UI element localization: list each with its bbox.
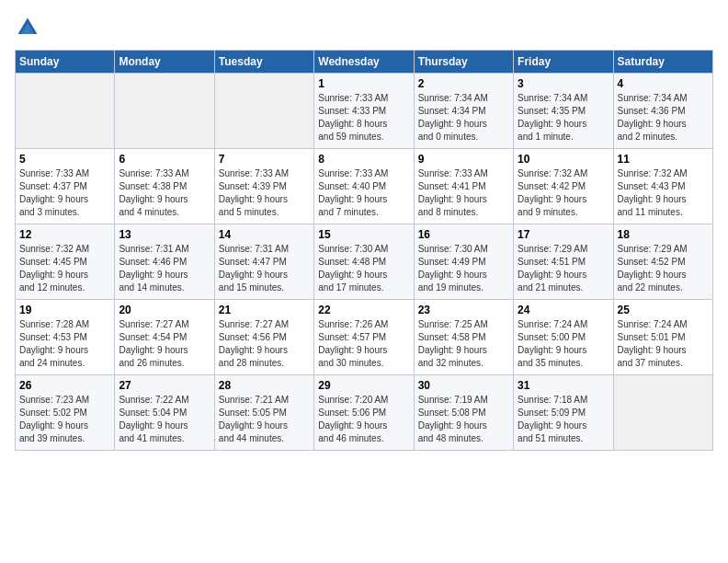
- logo-icon: [15, 15, 40, 40]
- day-number: 10: [518, 153, 609, 166]
- day-info: Sunrise: 7:31 AM Sunset: 4:46 PM Dayligh…: [119, 243, 210, 294]
- day-number: 30: [418, 379, 509, 392]
- calendar-day-cell: 28Sunrise: 7:21 AM Sunset: 5:05 PM Dayli…: [214, 375, 313, 451]
- calendar-week-row: 1Sunrise: 7:33 AM Sunset: 4:33 PM Daylig…: [16, 74, 713, 149]
- calendar-day-cell: 2Sunrise: 7:34 AM Sunset: 4:34 PM Daylig…: [414, 74, 513, 149]
- day-number: 29: [318, 379, 409, 392]
- calendar-day-cell: 27Sunrise: 7:22 AM Sunset: 5:04 PM Dayli…: [115, 375, 214, 451]
- day-number: 6: [119, 153, 210, 166]
- day-number: 23: [418, 304, 509, 316]
- day-number: 19: [19, 304, 110, 316]
- day-number: 7: [219, 153, 310, 166]
- day-info: Sunrise: 7:33 AM Sunset: 4:33 PM Dayligh…: [318, 92, 409, 144]
- calendar-day-cell: 4Sunrise: 7:34 AM Sunset: 4:36 PM Daylig…: [613, 74, 712, 149]
- day-number: 17: [518, 228, 609, 241]
- day-info: Sunrise: 7:19 AM Sunset: 5:08 PM Dayligh…: [418, 394, 509, 445]
- weekday-header-friday: Friday: [514, 51, 613, 74]
- day-info: Sunrise: 7:32 AM Sunset: 4:42 PM Dayligh…: [518, 167, 609, 219]
- day-info: Sunrise: 7:32 AM Sunset: 4:45 PM Dayligh…: [19, 243, 110, 294]
- calendar-week-row: 5Sunrise: 7:33 AM Sunset: 4:37 PM Daylig…: [16, 149, 713, 224]
- day-info: Sunrise: 7:30 AM Sunset: 4:49 PM Dayligh…: [418, 243, 509, 294]
- weekday-header-sunday: Sunday: [16, 51, 115, 74]
- calendar-day-cell: 12Sunrise: 7:32 AM Sunset: 4:45 PM Dayli…: [16, 224, 115, 300]
- weekday-row: SundayMondayTuesdayWednesdayThursdayFrid…: [16, 51, 713, 74]
- calendar-body: 1Sunrise: 7:33 AM Sunset: 4:33 PM Daylig…: [16, 74, 713, 451]
- day-number: 27: [119, 379, 210, 392]
- calendar-day-cell: 22Sunrise: 7:26 AM Sunset: 4:57 PM Dayli…: [314, 300, 414, 375]
- day-number: 15: [318, 228, 409, 241]
- day-info: Sunrise: 7:26 AM Sunset: 4:57 PM Dayligh…: [318, 318, 409, 370]
- calendar-day-cell: 23Sunrise: 7:25 AM Sunset: 4:58 PM Dayli…: [414, 300, 513, 375]
- calendar-day-cell: 7Sunrise: 7:33 AM Sunset: 4:39 PM Daylig…: [214, 149, 313, 224]
- day-number: 24: [518, 304, 609, 316]
- calendar-day-cell: [16, 74, 115, 149]
- day-number: 4: [618, 77, 709, 90]
- calendar-day-cell: [115, 74, 214, 149]
- day-info: Sunrise: 7:27 AM Sunset: 4:54 PM Dayligh…: [119, 318, 210, 370]
- calendar-header: SundayMondayTuesdayWednesdayThursdayFrid…: [16, 51, 713, 74]
- day-info: Sunrise: 7:29 AM Sunset: 4:51 PM Dayligh…: [518, 243, 609, 294]
- day-info: Sunrise: 7:25 AM Sunset: 4:58 PM Dayligh…: [418, 318, 509, 370]
- calendar-day-cell: 18Sunrise: 7:29 AM Sunset: 4:52 PM Dayli…: [613, 224, 712, 300]
- header: [15, 15, 713, 40]
- day-info: Sunrise: 7:23 AM Sunset: 5:02 PM Dayligh…: [19, 394, 110, 445]
- day-number: 18: [618, 228, 709, 241]
- day-number: 26: [19, 379, 110, 392]
- day-info: Sunrise: 7:29 AM Sunset: 4:52 PM Dayligh…: [618, 243, 709, 294]
- weekday-header-tuesday: Tuesday: [214, 51, 313, 74]
- day-info: Sunrise: 7:21 AM Sunset: 5:05 PM Dayligh…: [219, 394, 310, 445]
- calendar-day-cell: 8Sunrise: 7:33 AM Sunset: 4:40 PM Daylig…: [314, 149, 414, 224]
- calendar-day-cell: 13Sunrise: 7:31 AM Sunset: 4:46 PM Dayli…: [115, 224, 214, 300]
- calendar-day-cell: 31Sunrise: 7:18 AM Sunset: 5:09 PM Dayli…: [514, 375, 613, 451]
- day-info: Sunrise: 7:33 AM Sunset: 4:40 PM Dayligh…: [318, 167, 409, 219]
- day-info: Sunrise: 7:33 AM Sunset: 4:38 PM Dayligh…: [119, 167, 210, 219]
- calendar-day-cell: 11Sunrise: 7:32 AM Sunset: 4:43 PM Dayli…: [613, 149, 712, 224]
- weekday-header-monday: Monday: [115, 51, 214, 74]
- weekday-header-wednesday: Wednesday: [314, 51, 414, 74]
- calendar-day-cell: 14Sunrise: 7:31 AM Sunset: 4:47 PM Dayli…: [214, 224, 313, 300]
- calendar-week-row: 26Sunrise: 7:23 AM Sunset: 5:02 PM Dayli…: [16, 375, 713, 451]
- day-info: Sunrise: 7:24 AM Sunset: 5:01 PM Dayligh…: [618, 318, 709, 370]
- weekday-header-thursday: Thursday: [414, 51, 513, 74]
- day-info: Sunrise: 7:18 AM Sunset: 5:09 PM Dayligh…: [518, 394, 609, 445]
- day-number: 8: [318, 153, 409, 166]
- day-info: Sunrise: 7:28 AM Sunset: 4:53 PM Dayligh…: [19, 318, 110, 370]
- calendar-day-cell: 29Sunrise: 7:20 AM Sunset: 5:06 PM Dayli…: [314, 375, 414, 451]
- calendar-day-cell: [613, 375, 712, 451]
- calendar-table: SundayMondayTuesdayWednesdayThursdayFrid…: [15, 50, 713, 451]
- day-info: Sunrise: 7:24 AM Sunset: 5:00 PM Dayligh…: [518, 318, 609, 370]
- day-info: Sunrise: 7:27 AM Sunset: 4:56 PM Dayligh…: [219, 318, 310, 370]
- day-info: Sunrise: 7:34 AM Sunset: 4:36 PM Dayligh…: [618, 92, 709, 144]
- calendar-day-cell: 3Sunrise: 7:34 AM Sunset: 4:35 PM Daylig…: [514, 74, 613, 149]
- day-number: 13: [119, 228, 210, 241]
- day-number: 20: [119, 304, 210, 316]
- day-number: 31: [518, 379, 609, 392]
- calendar-day-cell: [214, 74, 313, 149]
- weekday-header-saturday: Saturday: [613, 51, 712, 74]
- day-number: 28: [219, 379, 310, 392]
- day-info: Sunrise: 7:30 AM Sunset: 4:48 PM Dayligh…: [318, 243, 409, 294]
- calendar-day-cell: 20Sunrise: 7:27 AM Sunset: 4:54 PM Dayli…: [115, 300, 214, 375]
- day-number: 14: [219, 228, 310, 241]
- day-info: Sunrise: 7:33 AM Sunset: 4:39 PM Dayligh…: [219, 167, 310, 219]
- calendar-day-cell: 26Sunrise: 7:23 AM Sunset: 5:02 PM Dayli…: [16, 375, 115, 451]
- calendar-week-row: 19Sunrise: 7:28 AM Sunset: 4:53 PM Dayli…: [16, 300, 713, 375]
- day-number: 1: [318, 77, 409, 90]
- calendar-day-cell: 19Sunrise: 7:28 AM Sunset: 4:53 PM Dayli…: [16, 300, 115, 375]
- day-info: Sunrise: 7:22 AM Sunset: 5:04 PM Dayligh…: [119, 394, 210, 445]
- logo: [15, 15, 42, 40]
- day-number: 3: [518, 77, 609, 90]
- day-number: 5: [19, 153, 110, 166]
- day-number: 21: [219, 304, 310, 316]
- calendar-day-cell: 24Sunrise: 7:24 AM Sunset: 5:00 PM Dayli…: [514, 300, 613, 375]
- calendar-day-cell: 25Sunrise: 7:24 AM Sunset: 5:01 PM Dayli…: [613, 300, 712, 375]
- day-number: 9: [418, 153, 509, 166]
- calendar-day-cell: 30Sunrise: 7:19 AM Sunset: 5:08 PM Dayli…: [414, 375, 513, 451]
- day-info: Sunrise: 7:34 AM Sunset: 4:34 PM Dayligh…: [418, 92, 509, 144]
- day-info: Sunrise: 7:33 AM Sunset: 4:37 PM Dayligh…: [19, 167, 110, 219]
- calendar-day-cell: 17Sunrise: 7:29 AM Sunset: 4:51 PM Dayli…: [514, 224, 613, 300]
- calendar-day-cell: 9Sunrise: 7:33 AM Sunset: 4:41 PM Daylig…: [414, 149, 513, 224]
- day-number: 11: [618, 153, 709, 166]
- day-number: 25: [618, 304, 709, 316]
- day-info: Sunrise: 7:34 AM Sunset: 4:35 PM Dayligh…: [518, 92, 609, 144]
